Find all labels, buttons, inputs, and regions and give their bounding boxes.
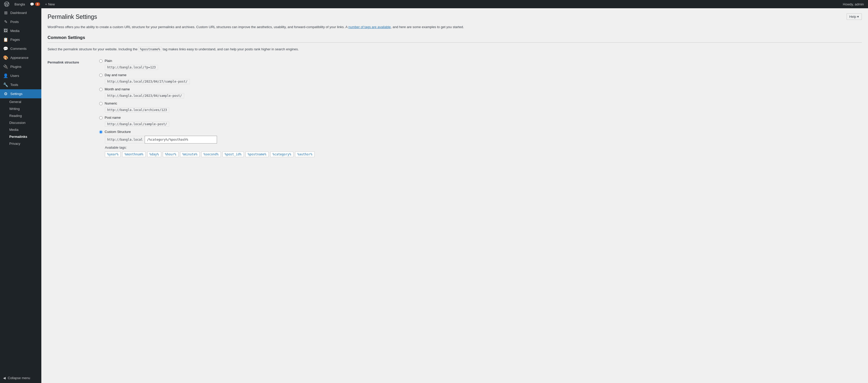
- option-month-name: Month and name: [99, 87, 862, 91]
- submenu-item-media[interactable]: Media: [0, 126, 41, 133]
- label-plain[interactable]: Plain: [104, 59, 112, 63]
- site-name-button[interactable]: Bangla: [12, 0, 27, 8]
- comments-button[interactable]: 💬 0: [28, 0, 42, 8]
- tools-icon: 🔧: [3, 82, 8, 87]
- tag-button[interactable]: %post_id%: [222, 151, 244, 157]
- sidebar-item-media[interactable]: 🖼 Media: [0, 26, 41, 35]
- option-day-name: Day and name: [99, 73, 862, 77]
- sidebar-item-label: Media: [10, 29, 20, 33]
- plus-icon: +: [45, 2, 47, 6]
- url-month-name: http://bangla.local/2023/04/sample-post/: [105, 93, 184, 98]
- tag-button[interactable]: %second%: [201, 151, 221, 157]
- submenu-item-permalinks[interactable]: Permalinks: [0, 133, 41, 140]
- settings-submenu: General Writing Reading Discussion Media…: [0, 98, 41, 147]
- new-content-button[interactable]: + New: [43, 0, 57, 8]
- collapse-label: Collapse menu: [8, 376, 30, 380]
- tag-button[interactable]: %minute%: [180, 151, 200, 157]
- option-numeric: Numeric: [99, 101, 862, 105]
- label-numeric[interactable]: Numeric: [104, 101, 117, 105]
- radio-numeric[interactable]: [99, 102, 102, 105]
- url-plain: http://bangla.local/?p=123: [105, 65, 158, 70]
- description-text: WordPress offers you the ability to crea…: [48, 25, 862, 30]
- comments-icon: 💬: [3, 46, 8, 51]
- sidebar-item-label: Plugins: [10, 65, 22, 69]
- comments-count: 0: [35, 2, 40, 6]
- sidebar: ⊞ Dashboard ✎ Posts 🖼 Media 📋 Pages 💬 Co…: [0, 8, 41, 383]
- tag-button[interactable]: %day%: [147, 151, 161, 157]
- option-custom: Custom Structure: [99, 130, 862, 134]
- submenu-item-writing[interactable]: Writing: [0, 105, 41, 112]
- custom-structure-row: http://bangla.local: [105, 136, 862, 143]
- collapse-menu-button[interactable]: ◀ Collapse menu: [0, 373, 41, 383]
- submenu-item-privacy[interactable]: Privacy: [0, 140, 41, 147]
- comment-icon: 💬: [30, 2, 34, 6]
- section-title: Common Settings: [48, 35, 862, 43]
- label-day-name[interactable]: Day and name: [104, 73, 127, 77]
- radio-day-name[interactable]: [99, 74, 102, 77]
- option-post-name: Post name: [99, 116, 862, 119]
- media-icon: 🖼: [3, 28, 8, 33]
- sidebar-item-label: Pages: [10, 38, 20, 41]
- tag-button[interactable]: %category%: [270, 151, 293, 157]
- pages-icon: 📋: [3, 37, 8, 42]
- site-name: Bangla: [14, 2, 25, 6]
- permalink-form-table: Permalink structure Plain http://bangla.…: [48, 56, 862, 160]
- page-title: Permalink Settings: [48, 13, 862, 21]
- sidebar-item-label: Appearance: [10, 56, 28, 60]
- settings-icon: ⚙: [3, 91, 8, 96]
- submenu-item-discussion[interactable]: Discussion: [0, 119, 41, 126]
- sidebar-item-label: Comments: [10, 47, 27, 50]
- url-post-name: http://bangla.local/sample-post/: [105, 121, 169, 127]
- help-button[interactable]: Help ▾: [846, 13, 862, 20]
- option-plain: Plain: [99, 59, 862, 63]
- available-tags-label: Available tags:: [105, 146, 862, 149]
- label-month-name[interactable]: Month and name: [104, 87, 130, 91]
- appearance-icon: 🎨: [3, 55, 8, 60]
- permalink-structure-label: Permalink structure: [48, 60, 79, 64]
- sidebar-item-users[interactable]: 👤 Users: [0, 71, 41, 80]
- radio-plain[interactable]: [99, 59, 102, 63]
- plugins-icon: 🔌: [3, 64, 8, 69]
- admin-bar: Bangla 💬 0 + New Howdy, admin: [0, 0, 868, 8]
- url-day-name: http://bangla.local/2023/04/27/sample-po…: [105, 79, 190, 84]
- tag-button[interactable]: %hour%: [163, 151, 179, 157]
- tag-button[interactable]: %monthnum%: [122, 151, 146, 157]
- sidebar-item-comments[interactable]: 💬 Comments: [0, 44, 41, 53]
- sidebar-item-plugins[interactable]: 🔌 Plugins: [0, 62, 41, 71]
- sidebar-item-settings[interactable]: ⚙ Settings: [0, 89, 41, 98]
- main-content: Help ▾ Permalink Settings WordPress offe…: [41, 8, 868, 383]
- users-icon: 👤: [3, 73, 8, 78]
- tags-container: %year%%monthnum%%day%%hour%%minute%%seco…: [105, 151, 862, 157]
- url-numeric: http://bangla.local/archives/123: [105, 107, 169, 112]
- howdy-button[interactable]: Howdy, admin: [841, 0, 866, 8]
- label-custom[interactable]: Custom Structure: [104, 130, 131, 134]
- sidebar-item-label: Users: [10, 74, 19, 78]
- sidebar-item-label: Posts: [10, 20, 19, 24]
- radio-month-name[interactable]: [99, 88, 102, 91]
- select-description: Select the permalink structure for your …: [48, 47, 862, 52]
- sidebar-item-posts[interactable]: ✎ Posts: [0, 17, 41, 26]
- radio-post-name[interactable]: [99, 116, 102, 119]
- sidebar-item-tools[interactable]: 🔧 Tools: [0, 80, 41, 89]
- sidebar-item-dashboard[interactable]: ⊞ Dashboard: [0, 8, 41, 17]
- submenu-item-general[interactable]: General: [0, 98, 41, 105]
- posts-icon: ✎: [3, 20, 8, 24]
- dashboard-icon: ⊞: [3, 10, 8, 15]
- sidebar-item-label: Tools: [10, 83, 18, 87]
- postname-tag: %postname%: [138, 47, 162, 51]
- tag-button[interactable]: %postname%: [245, 151, 269, 157]
- wp-logo-button[interactable]: [2, 0, 11, 8]
- sidebar-item-appearance[interactable]: 🎨 Appearance: [0, 53, 41, 62]
- submenu-item-reading[interactable]: Reading: [0, 112, 41, 119]
- tag-button[interactable]: %year%: [105, 151, 121, 157]
- howdy-text: Howdy, admin: [843, 2, 864, 6]
- tag-button[interactable]: %author%: [295, 151, 315, 157]
- collapse-icon: ◀: [3, 376, 6, 380]
- radio-custom[interactable]: [99, 130, 102, 134]
- custom-structure-input[interactable]: [145, 136, 217, 143]
- label-post-name[interactable]: Post name: [104, 116, 121, 119]
- new-label: New: [48, 2, 55, 6]
- tags-link[interactable]: number of tags are available: [348, 25, 391, 29]
- sidebar-item-label: Dashboard: [10, 11, 27, 15]
- sidebar-item-pages[interactable]: 📋 Pages: [0, 35, 41, 44]
